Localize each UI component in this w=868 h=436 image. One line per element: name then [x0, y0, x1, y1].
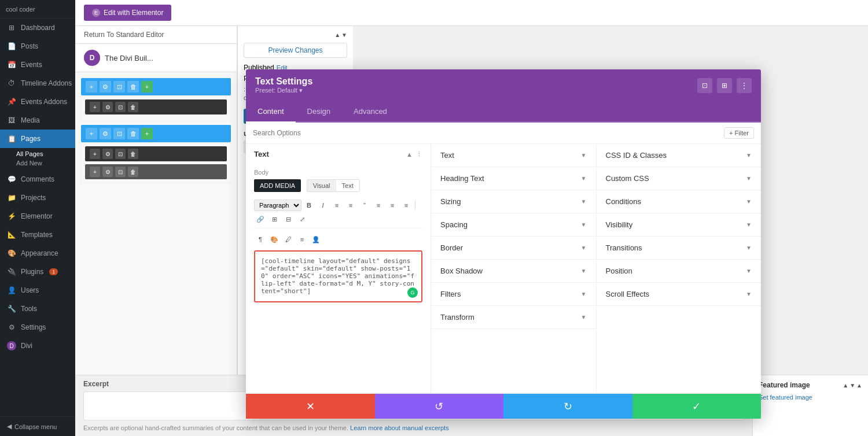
copy-row-button[interactable]: ⊡: [113, 81, 125, 93]
copy-module2-button[interactable]: ⊡: [115, 149, 126, 159]
ordered-list-button[interactable]: ≡: [344, 199, 357, 212]
sidebar-item-media[interactable]: 🖼 Media: [0, 111, 75, 130]
copy-module3-button[interactable]: ⊡: [115, 167, 126, 177]
user-button[interactable]: 👤: [310, 233, 322, 246]
sidebar-item-users[interactable]: 👤 Users: [0, 281, 75, 300]
paragraph-format-select[interactable]: Paragraph: [254, 199, 301, 211]
delete-row2-button[interactable]: 🗑: [127, 128, 139, 139]
copy-module-button[interactable]: ⊡: [115, 102, 126, 112]
modal-menu-button[interactable]: ⋮: [737, 78, 752, 93]
box-shadow-accordion-header[interactable]: Box Shadow ▼: [431, 260, 596, 282]
section-toggle-up[interactable]: ▲: [406, 150, 413, 158]
text-accordion-header[interactable]: Text ▼: [431, 144, 596, 167]
sidebar-item-settings[interactable]: ⚙ Settings: [0, 318, 75, 337]
add-module2-button[interactable]: +: [90, 149, 100, 159]
sidebar-item-pages[interactable]: 📋 Pages: [0, 130, 75, 148]
settings-module-button[interactable]: ⚙: [102, 102, 113, 112]
delete-row-button[interactable]: 🗑: [127, 81, 139, 93]
text-content-box[interactable]: [cool-timeline layout="default" designs=…: [254, 250, 422, 302]
delete-module-button[interactable]: 🗑: [128, 102, 138, 112]
delete-module2-button[interactable]: 🗑: [128, 149, 138, 159]
tab-advanced[interactable]: Advanced: [342, 101, 399, 123]
featured-up[interactable]: ▲: [843, 382, 848, 389]
heading-text-accordion-header[interactable]: Heading Text ▼: [431, 167, 596, 190]
tab-content[interactable]: Content: [246, 101, 296, 123]
border-accordion-header[interactable]: Border ▼: [431, 237, 596, 259]
align-right-button[interactable]: ≡: [400, 199, 413, 212]
filter-button[interactable]: + Filter: [724, 127, 754, 139]
delete-module3-button[interactable]: 🗑: [128, 167, 138, 177]
row2-plus-button[interactable]: +: [141, 128, 153, 139]
custom-css-accordion-header[interactable]: Custom CSS ▼: [597, 167, 762, 190]
add-module-button[interactable]: +: [90, 102, 100, 112]
visual-tab[interactable]: Visual: [307, 180, 336, 191]
collapse-menu-button[interactable]: ◀ Collapse menu: [0, 416, 75, 436]
save-button[interactable]: ✓: [632, 394, 762, 419]
sidebar-item-elementor[interactable]: ⚡ Elementor: [0, 207, 75, 226]
sidebar-item-projects[interactable]: 📁 Projects: [0, 189, 75, 207]
featured-down[interactable]: ▼: [849, 382, 855, 389]
scroll-effects-accordion-header[interactable]: Scroll Effects ▼: [597, 283, 762, 305]
table2-button[interactable]: ⊟: [282, 213, 295, 226]
align-center-button[interactable]: ≡: [386, 199, 399, 212]
transform-accordion-header[interactable]: Transform ▼: [431, 306, 596, 328]
bold-button[interactable]: B: [303, 199, 315, 212]
conditions-accordion-header[interactable]: Conditions ▼: [597, 190, 762, 213]
sidebar-item-comments[interactable]: 💬 Comments: [0, 170, 75, 189]
sidebar-item-divi[interactable]: D Divi: [0, 337, 75, 355]
position-accordion-header[interactable]: Position ▼: [597, 260, 762, 282]
add-new-link[interactable]: Add New: [16, 158, 68, 168]
tab-design[interactable]: Design: [296, 101, 342, 123]
sidebar-item-posts[interactable]: 📄 Posts: [0, 37, 75, 56]
special-char-button[interactable]: ¶: [254, 233, 267, 246]
undo-button[interactable]: ↺: [375, 394, 504, 419]
learn-more-link[interactable]: Learn more about manual excerpts: [350, 424, 449, 431]
search-options-input[interactable]: [253, 129, 369, 137]
add-media-button[interactable]: ADD MEDIA: [254, 179, 301, 192]
text-tab[interactable]: Text: [336, 180, 359, 191]
settings-module2-button[interactable]: ⚙: [102, 149, 113, 159]
edit-with-elementor-button[interactable]: E Edit with Elementor: [84, 5, 171, 21]
row-plus-button[interactable]: +: [141, 81, 153, 93]
section-options[interactable]: ⋮: [416, 150, 422, 158]
blockquote-button[interactable]: ": [358, 199, 371, 212]
cancel-button[interactable]: ✕: [246, 394, 375, 419]
sidebar-item-tools[interactable]: 🔧 Tools: [0, 300, 75, 318]
sidebar-item-events[interactable]: 📅 Events: [0, 56, 75, 74]
settings-row-button[interactable]: ⚙: [100, 81, 111, 93]
modal-minimize-button[interactable]: ⊡: [697, 78, 712, 93]
set-featured-image-link[interactable]: Set featured image: [759, 394, 862, 401]
settings-module3-button[interactable]: ⚙: [102, 167, 113, 177]
fullscreen-button[interactable]: ⤢: [296, 213, 308, 226]
all-pages-link[interactable]: All Pages: [16, 149, 68, 158]
settings-row2-button[interactable]: ⚙: [100, 128, 111, 139]
list-button[interactable]: ≡: [296, 233, 308, 246]
sidebar-item-dashboard[interactable]: ⊞ Dashboard: [0, 19, 75, 37]
modal-expand-button[interactable]: ⊞: [717, 78, 732, 93]
spacing-accordion-header[interactable]: Spacing ▼: [431, 213, 596, 236]
add-row-button[interactable]: +: [86, 81, 97, 93]
featured-collapse[interactable]: ▲: [856, 382, 862, 389]
highlight-button[interactable]: 🖊: [282, 233, 295, 246]
add-row2-button[interactable]: +: [86, 128, 97, 139]
table-button[interactable]: ⊞: [268, 213, 281, 226]
unordered-list-button[interactable]: ≡: [330, 199, 343, 212]
return-to-standard-editor[interactable]: Return To Standard Editor: [75, 26, 237, 44]
visibility-accordion-header[interactable]: Visibility ▼: [597, 213, 762, 236]
align-left-button[interactable]: ≡: [372, 199, 385, 212]
sizing-accordion-header[interactable]: Sizing ▼: [431, 190, 596, 213]
chevron-up-icon[interactable]: ▲: [334, 32, 340, 38]
copy-row2-button[interactable]: ⊡: [113, 128, 125, 139]
sidebar-item-timeline-addons[interactable]: ⏱ Timeline Addons: [0, 74, 75, 93]
sidebar-item-plugins[interactable]: 🔌 Plugins 1: [0, 263, 75, 281]
link-button[interactable]: 🔗: [254, 213, 267, 226]
filters-accordion-header[interactable]: Filters ▼: [431, 283, 596, 305]
chevron-down-icon[interactable]: ▼: [341, 32, 347, 38]
preview-changes-button[interactable]: Preview Changes: [244, 43, 347, 58]
transitions-accordion-header[interactable]: Transitions ▼: [597, 237, 762, 259]
sidebar-item-appearance[interactable]: 🎨 Appearance: [0, 244, 75, 263]
italic-button[interactable]: I: [317, 199, 329, 212]
add-module3-button[interactable]: +: [90, 167, 100, 177]
sidebar-item-events-addons[interactable]: 📌 Events Addons: [0, 93, 75, 111]
css-id-accordion-header[interactable]: CSS ID & Classes ▼: [597, 144, 762, 167]
